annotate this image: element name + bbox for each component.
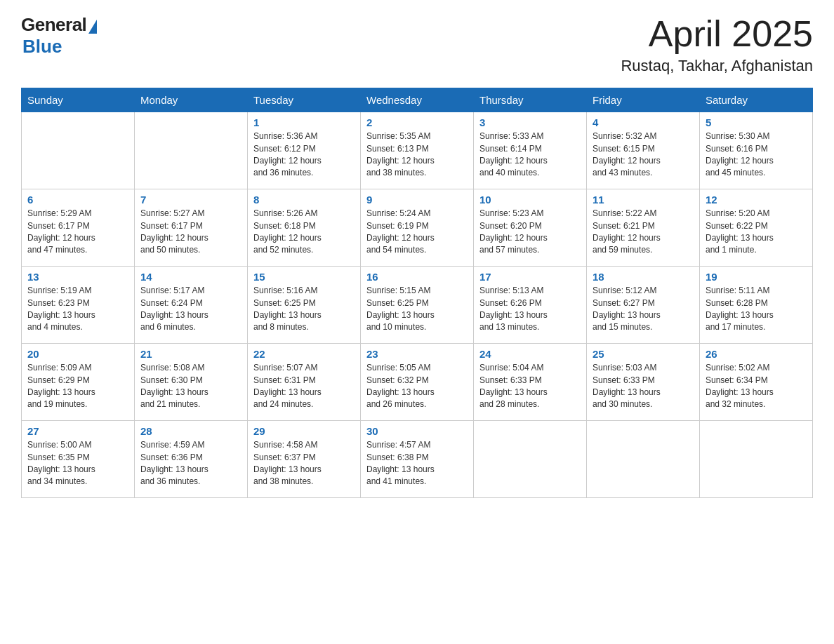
week-row-3: 13Sunrise: 5:19 AM Sunset: 6:23 PM Dayli… (22, 267, 813, 344)
calendar-cell: 15Sunrise: 5:16 AM Sunset: 6:25 PM Dayli… (248, 267, 361, 344)
day-info: Sunrise: 5:15 AM Sunset: 6:25 PM Dayligh… (366, 285, 468, 334)
calendar-cell: 6Sunrise: 5:29 AM Sunset: 6:17 PM Daylig… (22, 189, 135, 267)
calendar-cell: 17Sunrise: 5:13 AM Sunset: 6:26 PM Dayli… (474, 267, 587, 344)
logo-triangle-icon (88, 20, 97, 34)
calendar-cell: 4Sunrise: 5:32 AM Sunset: 6:15 PM Daylig… (587, 112, 700, 189)
day-number: 3 (479, 116, 581, 128)
day-info: Sunrise: 5:29 AM Sunset: 6:17 PM Dayligh… (27, 208, 128, 257)
calendar-cell: 24Sunrise: 5:04 AM Sunset: 6:33 PM Dayli… (474, 344, 587, 421)
day-info: Sunrise: 5:04 AM Sunset: 6:33 PM Dayligh… (479, 362, 581, 411)
week-row-1: 1Sunrise: 5:36 AM Sunset: 6:12 PM Daylig… (22, 112, 813, 189)
calendar-cell: 26Sunrise: 5:02 AM Sunset: 6:34 PM Dayli… (700, 344, 813, 421)
day-info: Sunrise: 5:08 AM Sunset: 6:30 PM Dayligh… (140, 362, 241, 411)
calendar-cell: 7Sunrise: 5:27 AM Sunset: 6:17 PM Daylig… (135, 189, 248, 267)
week-row-5: 27Sunrise: 5:00 AM Sunset: 6:35 PM Dayli… (22, 421, 813, 498)
calendar-cell: 30Sunrise: 4:57 AM Sunset: 6:38 PM Dayli… (361, 421, 474, 498)
calendar-cell: 21Sunrise: 5:08 AM Sunset: 6:30 PM Dayli… (135, 344, 248, 421)
day-info: Sunrise: 5:23 AM Sunset: 6:20 PM Dayligh… (479, 208, 581, 257)
calendar-location: Rustaq, Takhar, Afghanistan (621, 57, 813, 75)
day-info: Sunrise: 5:32 AM Sunset: 6:15 PM Dayligh… (593, 130, 694, 180)
day-info: Sunrise: 5:05 AM Sunset: 6:32 PM Dayligh… (366, 362, 468, 411)
week-row-4: 20Sunrise: 5:09 AM Sunset: 6:29 PM Dayli… (22, 344, 813, 421)
day-info: Sunrise: 4:58 AM Sunset: 6:37 PM Dayligh… (253, 439, 355, 488)
day-number: 26 (706, 348, 807, 360)
column-header-wednesday: Wednesday (361, 88, 474, 112)
calendar-table: SundayMondayTuesdayWednesdayThursdayFrid… (21, 88, 813, 498)
day-info: Sunrise: 5:03 AM Sunset: 6:33 PM Dayligh… (593, 362, 694, 411)
day-number: 20 (27, 348, 128, 360)
day-number: 18 (593, 271, 694, 283)
column-header-thursday: Thursday (474, 88, 587, 112)
calendar-cell (587, 421, 700, 498)
day-info: Sunrise: 5:17 AM Sunset: 6:24 PM Dayligh… (140, 285, 241, 334)
day-number: 1 (253, 116, 355, 128)
calendar-cell: 10Sunrise: 5:23 AM Sunset: 6:20 PM Dayli… (474, 189, 587, 267)
day-number: 23 (366, 348, 468, 360)
calendar-title: April 2025 (621, 14, 813, 54)
logo-blue-text: Blue (22, 36, 62, 58)
day-number: 24 (479, 348, 581, 360)
header-row: SundayMondayTuesdayWednesdayThursdayFrid… (22, 88, 813, 112)
calendar-cell: 11Sunrise: 5:22 AM Sunset: 6:21 PM Dayli… (587, 189, 700, 267)
day-number: 15 (253, 271, 355, 283)
day-number: 5 (706, 116, 807, 128)
day-info: Sunrise: 5:22 AM Sunset: 6:21 PM Dayligh… (593, 208, 694, 257)
calendar-cell: 12Sunrise: 5:20 AM Sunset: 6:22 PM Dayli… (700, 189, 813, 267)
logo-general-text: General (21, 14, 86, 36)
calendar-cell: 28Sunrise: 4:59 AM Sunset: 6:36 PM Dayli… (135, 421, 248, 498)
day-info: Sunrise: 4:57 AM Sunset: 6:38 PM Dayligh… (366, 439, 468, 488)
page-header: General Blue April 2025 Rustaq, Takhar, … (21, 14, 813, 75)
day-number: 25 (593, 348, 694, 360)
day-number: 11 (593, 194, 694, 206)
day-info: Sunrise: 5:09 AM Sunset: 6:29 PM Dayligh… (27, 362, 128, 411)
day-info: Sunrise: 5:27 AM Sunset: 6:17 PM Dayligh… (140, 208, 241, 257)
day-info: Sunrise: 5:30 AM Sunset: 6:16 PM Dayligh… (706, 130, 807, 180)
column-header-saturday: Saturday (700, 88, 813, 112)
column-header-sunday: Sunday (22, 88, 135, 112)
day-info: Sunrise: 5:12 AM Sunset: 6:27 PM Dayligh… (593, 285, 694, 334)
week-row-2: 6Sunrise: 5:29 AM Sunset: 6:17 PM Daylig… (22, 189, 813, 267)
calendar-cell: 5Sunrise: 5:30 AM Sunset: 6:16 PM Daylig… (700, 112, 813, 189)
day-number: 10 (479, 194, 581, 206)
calendar-cell: 3Sunrise: 5:33 AM Sunset: 6:14 PM Daylig… (474, 112, 587, 189)
day-info: Sunrise: 5:02 AM Sunset: 6:34 PM Dayligh… (706, 362, 807, 411)
day-number: 12 (706, 194, 807, 206)
day-number: 13 (27, 271, 128, 283)
calendar-cell: 19Sunrise: 5:11 AM Sunset: 6:28 PM Dayli… (700, 267, 813, 344)
day-info: Sunrise: 5:24 AM Sunset: 6:19 PM Dayligh… (366, 208, 468, 257)
calendar-cell: 23Sunrise: 5:05 AM Sunset: 6:32 PM Dayli… (361, 344, 474, 421)
calendar-cell: 25Sunrise: 5:03 AM Sunset: 6:33 PM Dayli… (587, 344, 700, 421)
day-info: Sunrise: 5:33 AM Sunset: 6:14 PM Dayligh… (479, 130, 581, 180)
calendar-cell (474, 421, 587, 498)
calendar-cell: 20Sunrise: 5:09 AM Sunset: 6:29 PM Dayli… (22, 344, 135, 421)
calendar-cell: 8Sunrise: 5:26 AM Sunset: 6:18 PM Daylig… (248, 189, 361, 267)
column-header-monday: Monday (135, 88, 248, 112)
calendar-cell: 14Sunrise: 5:17 AM Sunset: 6:24 PM Dayli… (135, 267, 248, 344)
day-number: 22 (253, 348, 355, 360)
calendar-cell: 16Sunrise: 5:15 AM Sunset: 6:25 PM Dayli… (361, 267, 474, 344)
day-number: 6 (27, 194, 128, 206)
logo: General Blue (21, 14, 97, 58)
calendar-body: 1Sunrise: 5:36 AM Sunset: 6:12 PM Daylig… (22, 112, 813, 498)
day-number: 8 (253, 194, 355, 206)
day-info: Sunrise: 4:59 AM Sunset: 6:36 PM Dayligh… (140, 439, 241, 488)
calendar-cell: 2Sunrise: 5:35 AM Sunset: 6:13 PM Daylig… (361, 112, 474, 189)
day-number: 17 (479, 271, 581, 283)
day-number: 4 (593, 116, 694, 128)
calendar-cell: 29Sunrise: 4:58 AM Sunset: 6:37 PM Dayli… (248, 421, 361, 498)
day-info: Sunrise: 5:26 AM Sunset: 6:18 PM Dayligh… (253, 208, 355, 257)
day-info: Sunrise: 5:35 AM Sunset: 6:13 PM Dayligh… (366, 130, 468, 180)
day-number: 21 (140, 348, 241, 360)
day-number: 9 (366, 194, 468, 206)
day-number: 14 (140, 271, 241, 283)
column-header-tuesday: Tuesday (248, 88, 361, 112)
day-info: Sunrise: 5:07 AM Sunset: 6:31 PM Dayligh… (253, 362, 355, 411)
day-number: 30 (366, 425, 468, 437)
day-number: 16 (366, 271, 468, 283)
column-header-friday: Friday (587, 88, 700, 112)
day-number: 2 (366, 116, 468, 128)
day-info: Sunrise: 5:00 AM Sunset: 6:35 PM Dayligh… (27, 439, 128, 488)
calendar-cell: 18Sunrise: 5:12 AM Sunset: 6:27 PM Dayli… (587, 267, 700, 344)
calendar-cell (135, 112, 248, 189)
day-number: 28 (140, 425, 241, 437)
